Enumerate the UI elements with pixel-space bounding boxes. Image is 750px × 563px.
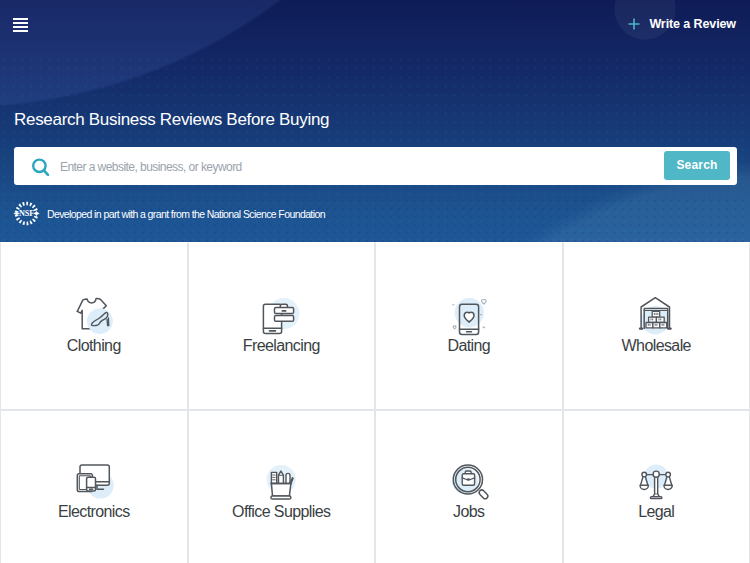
svg-text:NSF: NSF [19,209,34,218]
